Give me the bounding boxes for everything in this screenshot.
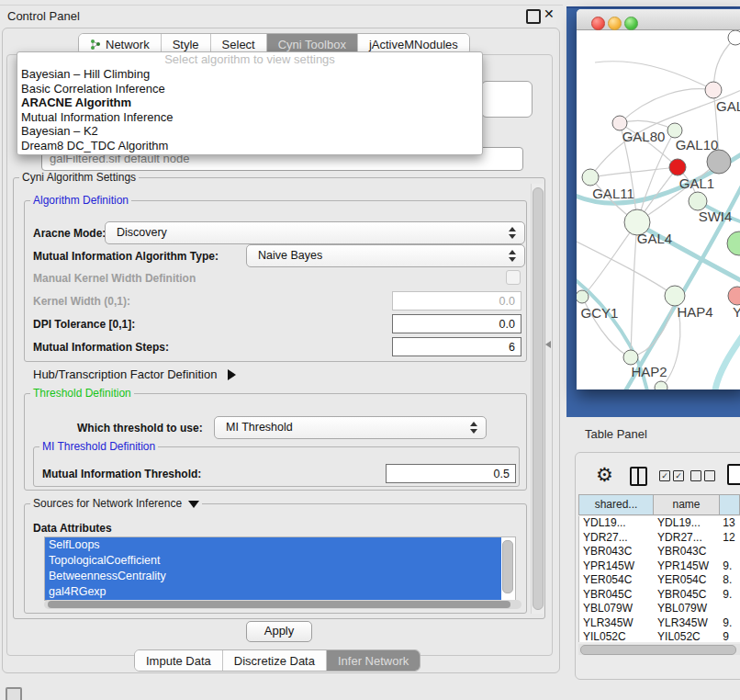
node-salmon[interactable] <box>728 287 740 305</box>
sources-group-toggle[interactable]: Sources for Network Inference <box>30 497 202 510</box>
unchecked-box-icon <box>690 470 701 481</box>
table-horizontal-scrollbar-thumb[interactable] <box>580 645 736 655</box>
hub-definition-toggle[interactable]: Hub/Transcription Factor Definition <box>33 367 236 381</box>
network-canvas[interactable]: GAL GAL80 GAL10 GAL1 GAL11 SWI4 GAL4 GCY… <box>577 30 740 390</box>
traffic-light-close-icon[interactable] <box>591 17 605 30</box>
cell-shared: YDR27... <box>579 531 654 546</box>
node-hap2[interactable] <box>623 350 638 365</box>
table-row[interactable]: YLR345WYLR345W9. <box>579 616 740 631</box>
kernel-width-input[interactable] <box>392 291 521 310</box>
checked-box-icon: ✓ <box>673 470 684 481</box>
float-panel-icon[interactable] <box>526 9 541 24</box>
table-row[interactable]: YPR145WYPR145W9. <box>579 559 740 574</box>
manual-kernel-label: Manual Kernel Width Definition <box>33 272 196 285</box>
mi-threshold-input[interactable] <box>386 464 516 483</box>
algorithm-definition-title: Algorithm Definition <box>30 194 131 207</box>
mi-threshold-label: Mutual Information Threshold: <box>42 468 201 480</box>
cell-value: 9 <box>719 630 740 642</box>
attribute-item[interactable]: BetweennessCentrality <box>45 569 501 584</box>
node[interactable] <box>655 381 667 390</box>
algorithm-option[interactable]: Bayesian – K2 <box>17 124 482 139</box>
node-hap4[interactable] <box>665 286 685 306</box>
node-gal11[interactable] <box>582 169 599 186</box>
attributes-vertical-scrollbar[interactable] <box>502 540 513 593</box>
column-header-name[interactable]: name <box>654 494 720 515</box>
cell-shared: YLR345W <box>579 616 654 631</box>
cell-name: YBR043C <box>654 545 719 559</box>
column-header-clipped[interactable] <box>720 494 740 515</box>
network-graph: GAL GAL80 GAL10 GAL1 GAL11 SWI4 GAL4 GCY… <box>577 30 740 390</box>
cell-name: YDL19... <box>654 516 719 531</box>
settings-scrollbar-thumb[interactable] <box>533 187 544 610</box>
traffic-light-minimize-icon[interactable] <box>608 17 622 30</box>
expanded-arrow-icon <box>188 501 199 508</box>
node[interactable] <box>705 82 722 98</box>
document-icon[interactable] <box>727 464 740 485</box>
node[interactable] <box>728 30 740 45</box>
node-gray[interactable] <box>707 150 731 174</box>
node-label: GCY1 <box>581 305 619 321</box>
cyni-settings-group-title: Cyni Algorithm Settings <box>19 171 139 184</box>
algorithm-option-selected[interactable]: ARACNE Algorithm <box>17 96 482 110</box>
attributes-horizontal-scrollbar-thumb[interactable] <box>48 601 510 608</box>
algorithm-option[interactable]: Basic Correlation Inference <box>17 82 482 96</box>
cell-shared: YBR043C <box>579 545 654 559</box>
cell-name: YBL079W <box>654 602 719 616</box>
table-row[interactable]: YER054CYER054C8. <box>579 573 740 588</box>
node-swi4[interactable] <box>689 192 707 210</box>
mi-type-label: Mutual Information Algorithm Type: <box>33 250 219 263</box>
docked-panel-icon[interactable] <box>6 687 22 700</box>
cell-value: 9. <box>719 559 740 574</box>
close-icon[interactable]: ✕ <box>544 6 555 21</box>
attribute-item[interactable]: SelfLoops <box>45 537 501 553</box>
algorithm-option[interactable]: Mutual Information Inference <box>17 110 482 125</box>
node-gcy1[interactable] <box>577 290 589 303</box>
tab-impute-data[interactable]: Impute Data <box>135 650 223 671</box>
gear-icon[interactable]: ⚙ <box>596 464 613 486</box>
node-label: GAL80 <box>622 129 666 144</box>
mi-steps-input[interactable] <box>392 337 521 356</box>
table-row[interactable]: YBR045CYBR045C9. <box>579 588 740 603</box>
attribute-item[interactable]: TopologicalCoefficient <box>45 553 501 569</box>
algorithm-option[interactable]: Dream8 DC_TDC Algorithm <box>17 139 482 153</box>
traffic-light-zoom-icon[interactable] <box>624 17 638 30</box>
node-selected-red[interactable] <box>669 159 686 175</box>
tab-discretize-data[interactable]: Discretize Data <box>223 650 327 671</box>
aracne-mode-select[interactable]: Discovery <box>105 221 525 244</box>
dpi-tolerance-input[interactable] <box>392 314 521 333</box>
node-gal10[interactable] <box>667 123 682 138</box>
algorithm-option[interactable]: Bayesian – Hill Climbing <box>17 67 482 82</box>
node-labels: GAL GAL80 GAL10 GAL1 GAL11 SWI4 GAL4 GCY… <box>581 98 740 379</box>
table-row[interactable]: YBR043CYBR043C <box>579 545 740 559</box>
columns-icon[interactable] <box>630 467 647 486</box>
select-all-columns-icon[interactable]: ✓ ✓ <box>659 470 684 481</box>
aracne-mode-value: Discovery <box>117 222 167 243</box>
node-label: HAP4 <box>677 304 712 320</box>
splitter-collapse-icon[interactable] <box>545 341 551 348</box>
hub-definition-label: Hub/Transcription Factor Definition <box>33 367 217 381</box>
collapsed-arrow-icon <box>228 369 236 380</box>
algorithm-combobox-partial[interactable] <box>481 81 533 118</box>
updown-arrows-icon <box>509 226 516 240</box>
tab-style-label: Style <box>173 38 199 51</box>
tab-infer-network[interactable]: Infer Network <box>327 650 420 671</box>
which-threshold-select[interactable]: MI Threshold <box>214 416 487 439</box>
updown-arrows-icon <box>470 421 477 435</box>
deselect-all-columns-icon[interactable] <box>690 470 715 481</box>
manual-kernel-checkbox[interactable] <box>506 270 521 285</box>
cell-name: YBR045C <box>654 588 719 603</box>
network-window-titlebar[interactable] <box>577 9 740 30</box>
column-header-shared[interactable]: shared... <box>578 494 654 515</box>
table-row[interactable]: YBL079WYBL079W <box>579 602 740 616</box>
node[interactable] <box>727 231 740 255</box>
attribute-item[interactable]: gal4RGexp <box>45 584 501 600</box>
table-row[interactable]: YIL052CYIL052C9 <box>579 630 740 642</box>
table-row[interactable]: YDL19...YDL19...13 <box>579 516 740 531</box>
algorithm-placeholder: Select algorithm to view settings <box>17 52 482 67</box>
top-divider <box>0 5 563 6</box>
cell-value: 13 <box>719 516 740 531</box>
cell-value <box>719 602 740 616</box>
apply-button[interactable]: Apply <box>246 621 312 642</box>
table-row[interactable]: YDR27...YDR27...12 <box>579 531 740 546</box>
mi-type-select[interactable]: Naive Bayes <box>246 244 525 267</box>
